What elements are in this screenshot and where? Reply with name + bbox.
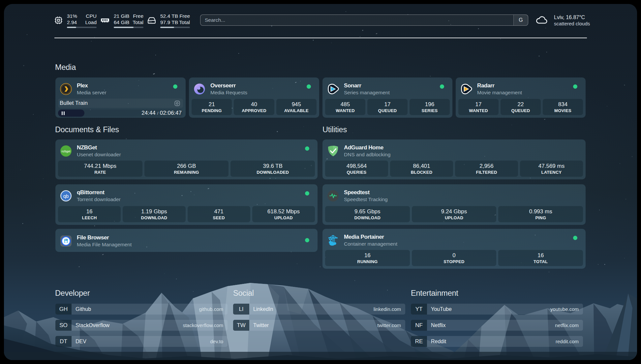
svg-text:nzbget: nzbget bbox=[61, 150, 71, 153]
svg-text:qb: qb bbox=[63, 193, 69, 198]
